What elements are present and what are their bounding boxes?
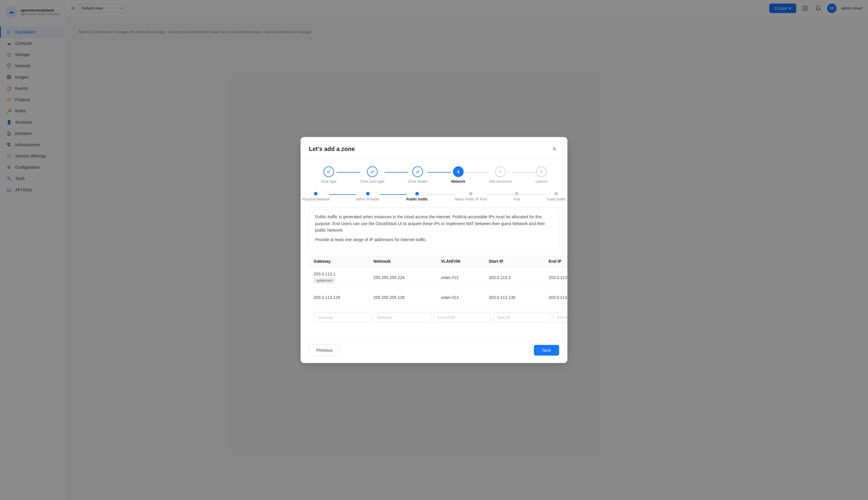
sub-connector-5: [520, 194, 547, 195]
netmask-input[interactable]: [373, 312, 431, 322]
step-zone-details: Zone details: [408, 166, 427, 184]
step-label-core-zone-type: Core zone type: [360, 179, 384, 184]
sub-connector-2: [380, 194, 406, 195]
step-label-add-resources: Add resources: [489, 179, 512, 184]
next-button[interactable]: Next: [534, 345, 559, 355]
step-circle-zone-type: [323, 166, 334, 177]
sub-step-dot-guest-traffic: [554, 192, 558, 195]
table-row-input: Add: [309, 307, 567, 328]
table-row: 203.0.113.1 systemvm 255.255.255.224 vxl…: [309, 267, 567, 288]
step-circle-add-resources: 5: [495, 166, 506, 177]
description-box: Public traffic is generated when Instanc…: [309, 207, 559, 249]
sub-step-label-netris-provider: Netris Provider: [356, 197, 380, 201]
add-ip-range-row: Add: [314, 311, 567, 323]
sub-step-public-traffic: Public traffic: [406, 192, 428, 201]
sub-connector-1: [329, 194, 356, 195]
step-label-zone-type: Zone type: [321, 179, 336, 184]
main-stepper: Zone type Core zone type: [309, 166, 559, 184]
sub-step-pod: Pod: [514, 192, 520, 201]
cell-end-ip-1: 203.0.113.30: [544, 267, 567, 288]
sub-step-netris-provider: Netris Provider: [356, 192, 380, 201]
sub-stepper: Physical Network Netris Provider Public …: [309, 192, 559, 201]
sub-step-dot-pod: [515, 192, 519, 195]
cell-vlan-vni-2: vxlan://13: [436, 288, 484, 307]
cell-start-ip-2: 203.0.113.130: [484, 288, 544, 307]
ip-range-table: Gateway Netmask VLAN/VNI Start IP End IP…: [309, 255, 567, 328]
step-connector-5: [512, 172, 536, 173]
step-core-zone-type: Core zone type: [360, 166, 384, 184]
step-connector-1: [336, 172, 360, 173]
table-row: 203.0.113.129 255.255.255.128 vxlan://13…: [309, 288, 567, 307]
sub-step-physical-network: Physical Network: [302, 192, 329, 201]
step-label-launch: Launch: [536, 179, 547, 184]
step-launch: 6 Launch: [536, 166, 547, 184]
sub-step-dot-netris-public-ip-pool: [469, 192, 473, 195]
sub-step-label-pod: Pod: [514, 197, 520, 201]
gateway-tag-1: systemvm: [314, 277, 335, 284]
sub-step-dot-public-traffic: [415, 192, 419, 195]
step-zone-type: Zone type: [321, 166, 336, 184]
sub-connector-4: [487, 194, 514, 195]
sub-step-netris-public-ip-pool: Netris Public IP Pool: [455, 192, 487, 201]
col-end-ip: End IP: [544, 255, 567, 268]
vlan-vni-input[interactable]: [433, 312, 491, 322]
description-line-2: Provide at least one range of IP address…: [315, 236, 553, 243]
col-netmask: Netmask: [369, 255, 436, 268]
modal-close-button[interactable]: ✕: [549, 144, 559, 154]
cell-gateway-2: 203.0.113.129: [309, 288, 369, 307]
previous-button[interactable]: Previous: [309, 344, 340, 356]
step-label-network: Network: [451, 179, 465, 184]
modal-body: Zone type Core zone type: [301, 159, 567, 340]
step-connector-3: [427, 172, 451, 173]
modal: Let's add a zone ✕ Zone type: [301, 137, 567, 363]
cell-start-ip-1: 203.0.113.2: [484, 267, 544, 288]
step-circle-network: 4: [453, 166, 464, 177]
step-connector-4: [465, 172, 489, 173]
sub-step-dot-netris-provider: [366, 192, 370, 195]
sub-step-label-netris-public-ip-pool: Netris Public IP Pool: [455, 197, 487, 201]
cell-vlan-vni-1: vxlan://12: [436, 267, 484, 288]
col-start-ip: Start IP: [484, 255, 544, 268]
sub-step-label-guest-traffic: Guest traffic: [547, 197, 566, 201]
input-row-cell: Add: [309, 307, 567, 328]
step-circle-launch: 6: [536, 166, 547, 177]
step-circle-zone-details: [412, 166, 423, 177]
col-gateway: Gateway: [309, 255, 369, 268]
cell-gateway-1: 203.0.113.1 systemvm: [309, 267, 369, 288]
sub-step-label-physical-network: Physical Network: [302, 197, 329, 201]
step-network: 4 Network: [451, 166, 465, 184]
step-add-resources: 5 Add resources: [489, 166, 512, 184]
modal-header: Let's add a zone ✕: [301, 137, 567, 159]
main-area: ≡ Default view Create ▾ AC admin cloud A…: [65, 0, 868, 500]
sub-step-guest-traffic: Guest traffic: [547, 192, 566, 201]
sub-connector-3: [428, 194, 455, 195]
step-label-zone-details: Zone details: [408, 179, 427, 184]
modal-overlay: Let's add a zone ✕ Zone type: [65, 0, 868, 500]
cell-end-ip-2: 203.0.113.254: [544, 288, 567, 307]
step-connector-2: [384, 172, 408, 173]
modal-footer: Previous Next: [301, 340, 567, 363]
end-ip-input[interactable]: [553, 312, 567, 322]
col-vlan-vni: VLAN/VNI: [436, 255, 484, 268]
modal-title: Let's add a zone: [309, 146, 355, 152]
step-circle-core-zone-type: [367, 166, 378, 177]
gateway-input[interactable]: [314, 312, 371, 322]
cell-netmask-2: 255.255.255.128: [369, 288, 436, 307]
sub-step-label-public-traffic: Public traffic: [406, 197, 428, 201]
cell-netmask-1: 255.255.255.224: [369, 267, 436, 288]
start-ip-input[interactable]: [493, 312, 551, 322]
sub-step-dot-physical-network: [314, 192, 317, 195]
description-line-1: Public traffic is generated when Instanc…: [315, 214, 553, 234]
